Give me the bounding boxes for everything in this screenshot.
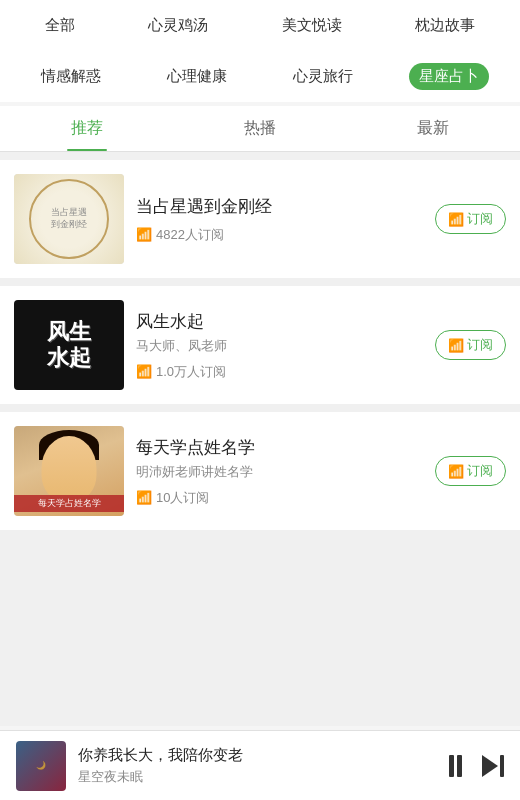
player-subtitle: 星空夜未眠: [78, 768, 449, 786]
person-thumb-label: 每天学占姓名学: [14, 495, 124, 512]
category-beautiful-read[interactable]: 美文悦读: [272, 12, 352, 39]
person-thumb-bg: 每天学占姓名学: [14, 426, 124, 516]
category-all[interactable]: 全部: [35, 12, 85, 39]
fengshui-thumb-bg: 风生水起: [14, 300, 124, 390]
pause-bar-2: [457, 755, 462, 777]
card-3-subscribers: 📶 10人订阅: [136, 489, 506, 507]
subscribe-icon-1: 📶: [448, 212, 464, 227]
card-1-subscribe-btn[interactable]: 📶 订阅: [435, 204, 506, 234]
next-triangle: [482, 755, 498, 777]
pause-icon: [449, 755, 462, 777]
category-row-2: 情感解惑 心理健康 心灵旅行 星座占卜: [0, 51, 520, 102]
person-thumb-face: [42, 436, 97, 501]
astro-thumb-bg: 当占星遇到金刚经: [14, 174, 124, 264]
card-1: 当占星遇到金刚经 当占星遇到金刚经 📶 4822人订阅 📶 订阅: [0, 160, 520, 278]
card-3-thumb[interactable]: 每天学占姓名学: [14, 426, 124, 516]
card-2-subscribe-btn[interactable]: 📶 订阅: [435, 330, 506, 360]
astro-thumb-circle: 当占星遇到金刚经: [29, 179, 109, 259]
category-astrology[interactable]: 星座占卜: [409, 63, 489, 90]
card-1-thumb[interactable]: 当占星遇到金刚经: [14, 174, 124, 264]
card-3: 每天学占姓名学 每天学点姓名学 明沛妍老师讲姓名学 📶 10人订阅 📶 订阅: [0, 412, 520, 530]
card-3-sub-count: 10人订阅: [156, 489, 209, 507]
sub-tabs: 推荐 热播 最新: [0, 106, 520, 152]
tab-recommended[interactable]: 推荐: [0, 106, 173, 151]
category-nav: 全部 心灵鸡汤 美文悦读 枕边故事 情感解惑 心理健康 心灵旅行 星座占卜: [0, 0, 520, 102]
subscribe-label-2: 订阅: [467, 336, 493, 354]
fengshui-thumb-text: 风生水起: [47, 319, 91, 372]
pause-bar-1: [449, 755, 454, 777]
subscribe-icon-2: 📶: [448, 338, 464, 353]
player-title: 你养我长大，我陪你变老: [78, 746, 449, 765]
card-2: 风生水起 风生水起 马大师、凤老师 📶 1.0万人订阅 📶 订阅: [0, 286, 520, 404]
category-bedtime-story[interactable]: 枕边故事: [405, 12, 485, 39]
pause-button[interactable]: [449, 755, 462, 777]
player-controls: [449, 755, 504, 777]
rss-icon-1: 📶: [136, 227, 152, 242]
rss-icon-3: 📶: [136, 490, 152, 505]
card-2-subscribers: 📶 1.0万人订阅: [136, 363, 506, 381]
category-row-1: 全部 心灵鸡汤 美文悦读 枕边故事: [0, 0, 520, 51]
card-2-sub-count: 1.0万人订阅: [156, 363, 226, 381]
next-icon: [482, 755, 504, 777]
subscribe-label-3: 订阅: [467, 462, 493, 480]
category-mental-health[interactable]: 心理健康: [157, 63, 237, 90]
card-3-subscribe-btn[interactable]: 📶 订阅: [435, 456, 506, 486]
player-info: 你养我长大，我陪你变老 星空夜未眠: [78, 746, 449, 786]
category-emotional[interactable]: 情感解惑: [31, 63, 111, 90]
category-chicken-soup[interactable]: 心灵鸡汤: [138, 12, 218, 39]
player-bar: 🌙 你养我长大，我陪你变老 星空夜未眠: [0, 730, 520, 800]
category-soul-travel[interactable]: 心灵旅行: [283, 63, 363, 90]
content-area: 当占星遇到金刚经 当占星遇到金刚经 📶 4822人订阅 📶 订阅 风生水起 风生…: [0, 152, 520, 726]
card-2-thumb[interactable]: 风生水起: [14, 300, 124, 390]
next-bar: [500, 755, 504, 777]
subscribe-label-1: 订阅: [467, 210, 493, 228]
rss-icon-2: 📶: [136, 364, 152, 379]
card-1-sub-count: 4822人订阅: [156, 226, 224, 244]
next-button[interactable]: [482, 755, 504, 777]
astro-thumb-text: 当占星遇到金刚经: [51, 207, 87, 230]
subscribe-icon-3: 📶: [448, 464, 464, 479]
tab-hot[interactable]: 热播: [173, 106, 346, 151]
player-thumb[interactable]: 🌙: [16, 741, 66, 791]
player-thumb-art: 🌙: [36, 761, 46, 770]
tab-latest[interactable]: 最新: [347, 106, 520, 151]
